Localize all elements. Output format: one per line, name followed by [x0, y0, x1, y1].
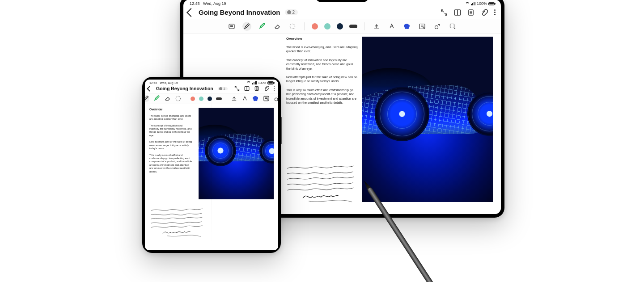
fold-hinge: [212, 80, 212, 249]
text-options-tool[interactable]: [418, 22, 427, 31]
document-title[interactable]: Going Beyong Innovation: [156, 86, 213, 91]
back-button[interactable]: [147, 86, 153, 92]
car-wireframe-image: [362, 37, 493, 202]
reading-mode-icon[interactable]: [244, 86, 250, 91]
battery-icon: [267, 81, 274, 84]
overview-p2: The concept of innovation and ingenuity …: [286, 58, 358, 71]
overview-p3: New attempts just for the sake of being …: [286, 75, 358, 84]
overview-heading: Overview: [286, 37, 359, 42]
overview-p4: This is why so much effort and craftsman…: [286, 88, 358, 105]
wifi-icon: [246, 81, 251, 85]
toolbar-separator: [304, 22, 305, 30]
status-time: 12:45: [190, 1, 200, 6]
document-title[interactable]: Going Beyond Innovation: [199, 8, 280, 16]
align-tool[interactable]: [372, 22, 381, 31]
brush-size-indicator[interactable]: [216, 97, 222, 100]
highlighter-tool[interactable]: [258, 22, 267, 31]
editor-toolbar: [183, 19, 501, 34]
overview-p4: This is why so much effort and craftsman…: [149, 154, 192, 174]
text-style-tool[interactable]: [242, 95, 248, 102]
svg-point-22: [176, 96, 180, 101]
reading-mode-icon[interactable]: [454, 9, 461, 16]
wifi-icon: [465, 2, 470, 6]
signal-icon: [471, 2, 475, 5]
attach-icon[interactable]: [264, 86, 269, 91]
back-button[interactable]: [186, 8, 195, 17]
shapes-tool[interactable]: [433, 22, 442, 31]
object-edit-tool[interactable]: [448, 22, 457, 31]
tablet-camera-notch: [315, 0, 369, 2]
collaborators-badge[interactable]: 2: [218, 87, 228, 90]
page-manager-icon[interactable]: [467, 9, 475, 16]
color-swatch-1[interactable]: [191, 97, 195, 101]
shapes-tool[interactable]: [274, 95, 278, 102]
car-wireframe-image: [199, 108, 274, 199]
overview-p1: The world is ever-changing, and users ar…: [149, 114, 192, 121]
brush-size-indicator[interactable]: [349, 25, 357, 28]
overview-p1: The world is ever-changing, and users ar…: [286, 45, 358, 54]
more-options-icon[interactable]: [274, 86, 275, 91]
svg-point-24: [275, 98, 278, 101]
page-manager-icon[interactable]: [254, 86, 259, 91]
battery-percent: 100%: [258, 81, 266, 84]
eraser-tool[interactable]: [164, 95, 171, 102]
text-block-tool[interactable]: [227, 22, 236, 31]
toolbar-separator: [364, 22, 365, 30]
collaborators-badge[interactable]: 2: [285, 9, 298, 15]
overview-p3: New attempts just for the sake of being …: [149, 140, 192, 150]
signal-icon: [252, 81, 257, 84]
overview-p2: The concept of innovation and ingenuity …: [149, 124, 192, 138]
battery-percent: 100%: [477, 1, 487, 6]
document-text-column: Overview The world is ever-changing, and…: [149, 108, 199, 199]
svg-rect-12: [450, 24, 454, 28]
handwritten-annotation: [149, 207, 210, 245]
highlighter-tool[interactable]: [153, 95, 160, 102]
battery-icon: [488, 2, 495, 5]
document-text-column: Overview The world is ever-changing, and…: [286, 37, 362, 202]
fold-device-frame: 12:45 Wed, Aug 19 100% Going Beyong Inno…: [142, 77, 281, 253]
more-options-icon[interactable]: [494, 9, 496, 15]
svg-point-9: [290, 24, 295, 29]
ai-assist-tool[interactable]: [402, 22, 411, 31]
collab-count: 2: [224, 87, 225, 90]
person-icon: [287, 10, 291, 14]
align-tool[interactable]: [231, 95, 237, 102]
status-date: Wed, Aug 19: [160, 81, 178, 84]
status-date: Wed, Aug 19: [203, 1, 226, 6]
color-swatch-2[interactable]: [324, 23, 330, 29]
fold-side-button: [281, 117, 282, 144]
status-time: 12:45: [149, 81, 157, 84]
ai-assist-tool[interactable]: [252, 95, 259, 102]
person-icon: [219, 87, 222, 90]
collab-count: 2: [292, 10, 295, 15]
expand-icon[interactable]: [234, 86, 240, 91]
color-swatch-3[interactable]: [337, 23, 343, 29]
overview-heading: Overview: [149, 108, 199, 112]
expand-icon[interactable]: [441, 9, 448, 16]
title-bar: Going Beyond Innovation 2: [183, 7, 501, 19]
color-swatch-2[interactable]: [199, 97, 203, 101]
text-style-tool[interactable]: [387, 22, 396, 31]
text-options-tool[interactable]: [263, 95, 270, 102]
svg-point-11: [435, 26, 438, 29]
pen-tool[interactable]: [242, 22, 251, 31]
lasso-select-tool[interactable]: [175, 95, 182, 102]
color-swatch-1[interactable]: [312, 23, 318, 29]
eraser-tool[interactable]: [273, 22, 282, 31]
pen-tool[interactable]: [145, 95, 149, 102]
lasso-select-tool[interactable]: [288, 22, 297, 31]
attach-icon[interactable]: [481, 9, 488, 16]
